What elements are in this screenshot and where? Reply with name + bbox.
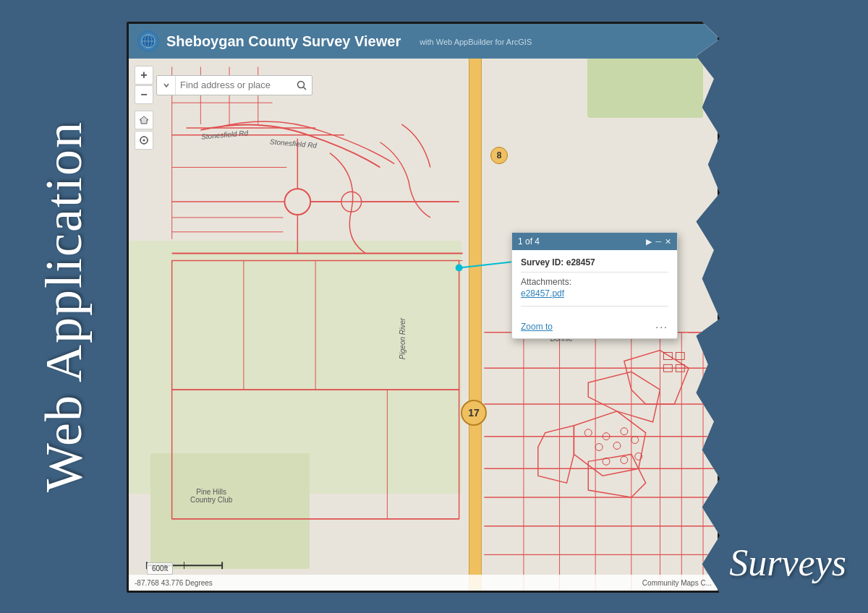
svg-marker-68 bbox=[140, 116, 148, 124]
search-input[interactable] bbox=[176, 80, 292, 90]
survey-id-value: e28457 bbox=[566, 257, 595, 267]
globe-icon bbox=[141, 34, 156, 48]
popup-divider-2 bbox=[521, 306, 668, 306]
search-dropdown-button[interactable] bbox=[157, 76, 176, 95]
map-header: Sheboygan County Survey Viewer with Web … bbox=[129, 24, 718, 59]
popup-close-button[interactable]: ✕ bbox=[665, 237, 671, 247]
svg-point-66 bbox=[298, 81, 305, 87]
svg-line-67 bbox=[304, 87, 307, 90]
locate-button[interactable] bbox=[135, 131, 153, 150]
svg-point-44 bbox=[621, 428, 628, 435]
vertical-title-container: Web Application bbox=[0, 0, 127, 613]
attachments-label: Attachments: bbox=[521, 277, 668, 287]
survey-id-label: Survey ID: e28457 bbox=[521, 257, 668, 267]
popup-divider-1 bbox=[521, 272, 668, 273]
home-button[interactable] bbox=[135, 111, 153, 129]
svg-point-57 bbox=[456, 264, 463, 271]
header-title: Sheboygan County Survey Viewer bbox=[166, 33, 401, 50]
vertical-title: Web Application bbox=[38, 121, 90, 492]
map-container: 8 17 Sheboygan County Survey Viewer with… bbox=[127, 22, 720, 593]
svg-point-47 bbox=[631, 437, 639, 444]
coordinates-display: -87.768 43.776 Degrees bbox=[135, 579, 213, 587]
svg-point-45 bbox=[595, 444, 603, 451]
scale-bar: 600ft bbox=[147, 562, 173, 575]
zoom-controls: + − bbox=[135, 66, 153, 104]
attachment-link[interactable]: e28457.pdf bbox=[521, 288, 668, 299]
svg-point-2 bbox=[284, 189, 310, 215]
popup-body: Survey ID: e28457 Attachments: e28457.pd… bbox=[512, 250, 677, 318]
pigeon-river-label: Pigeon River bbox=[399, 318, 407, 359]
pine-hills-label: Pine HillsCountry Club bbox=[190, 488, 232, 504]
highway-label-8: 8 bbox=[490, 147, 508, 164]
search-container bbox=[156, 75, 312, 95]
svg-rect-52 bbox=[676, 353, 684, 360]
chevron-down-icon bbox=[163, 82, 170, 89]
zoom-in-button[interactable]: + bbox=[135, 66, 153, 85]
popup-more-button[interactable]: ··· bbox=[655, 321, 668, 333]
search-bar-area: + − bbox=[135, 66, 312, 104]
popup-pagination: 1 of 4 bbox=[518, 236, 540, 247]
popup-minimize-button[interactable]: ─ bbox=[655, 237, 661, 246]
copyright-text: Community Maps C... bbox=[642, 579, 712, 587]
popup-header: 1 of 4 ▶ ─ ✕ bbox=[512, 233, 677, 250]
feature-popup: 1 of 4 ▶ ─ ✕ Survey ID: e28457 Attachmen… bbox=[511, 232, 678, 339]
locate-icon bbox=[139, 135, 149, 145]
header-title-group: Sheboygan County Survey Viewer bbox=[166, 33, 412, 50]
search-button[interactable] bbox=[292, 76, 312, 95]
header-subtitle: with Web AppBuilder for ArcGIS bbox=[420, 38, 532, 46]
highway-label-17: 17 bbox=[461, 400, 487, 426]
svg-point-49 bbox=[621, 456, 628, 463]
popup-header-controls: ▶ ─ ✕ bbox=[646, 237, 671, 247]
zoom-to-link[interactable]: Zoom to bbox=[521, 322, 553, 332]
zoom-out-button[interactable]: − bbox=[135, 85, 153, 104]
map-tools bbox=[135, 111, 153, 150]
popup-next-button[interactable]: ▶ bbox=[646, 237, 652, 247]
search-icon bbox=[297, 80, 307, 90]
svg-point-42 bbox=[584, 429, 592, 437]
status-bar: -87.768 43.776 Degrees Community Maps C.… bbox=[129, 575, 718, 591]
svg-point-70 bbox=[143, 140, 145, 142]
header-logo bbox=[137, 30, 159, 52]
svg-point-46 bbox=[613, 442, 621, 450]
home-icon bbox=[139, 115, 149, 125]
popup-footer: Zoom to ··· bbox=[512, 318, 677, 338]
bottom-right-label: Surveys bbox=[729, 541, 846, 584]
